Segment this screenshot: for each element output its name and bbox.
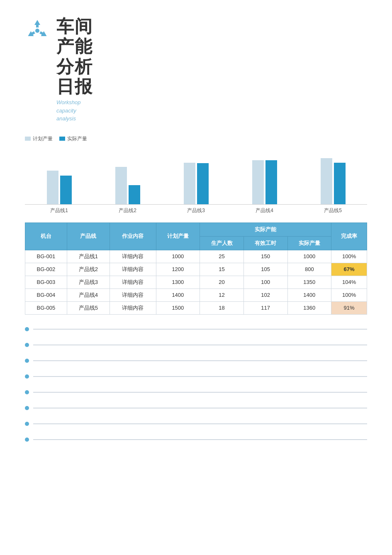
- table-cell: 1300: [156, 276, 200, 289]
- bar-actual: [265, 160, 277, 204]
- chart-group: [25, 171, 93, 204]
- line-dot: [25, 327, 29, 331]
- table-cell: 详细内容: [110, 276, 156, 289]
- table-cell: 15: [200, 263, 244, 276]
- col-rate: 完成率: [331, 222, 367, 250]
- line-bar: [33, 376, 367, 377]
- table-cell: BG-004: [25, 289, 67, 301]
- table-cell: 详细内容: [110, 250, 156, 263]
- chart-legend: 计划产量 实际产量: [25, 135, 367, 142]
- line-row-1: [25, 327, 367, 331]
- col-content: 作业内容: [110, 222, 156, 250]
- actual-color-box: [59, 137, 65, 141]
- col-actual-output: 实际产量: [287, 236, 331, 250]
- col-line: 产品线: [67, 222, 110, 250]
- table-cell-rate: 91%: [331, 301, 367, 314]
- title-block: 车间 产能 分析 日报 Workshop capacity analysis: [56, 17, 93, 123]
- actual-label: 实际产量: [67, 135, 87, 142]
- table-cell: 1000: [156, 250, 200, 263]
- table-cell: BG-003: [25, 276, 67, 289]
- line-bar: [33, 423, 367, 424]
- bar-actual: [60, 176, 72, 204]
- bar-actual: [197, 163, 209, 204]
- line-dot: [25, 438, 29, 442]
- table-cell: 12: [200, 289, 244, 301]
- table-cell: 100: [243, 276, 287, 289]
- line-bar: [33, 408, 367, 408]
- line-bar: [33, 360, 367, 361]
- legend-planned: 计划产量: [25, 135, 53, 142]
- title-zh: 车间 产能 分析 日报: [56, 17, 93, 97]
- table-cell: 产品线3: [67, 276, 110, 289]
- col-hours: 有效工时: [243, 236, 287, 250]
- chart-area: [25, 147, 367, 205]
- chart-label: 产品线2: [93, 207, 162, 214]
- chart-label: 产品线5: [299, 207, 367, 214]
- line-bar: [33, 439, 367, 440]
- table-cell: 1200: [156, 263, 200, 276]
- table-cell: 产品线1: [67, 250, 110, 263]
- table-cell: BG-001: [25, 250, 67, 263]
- table-cell-rate: 67%: [331, 263, 367, 276]
- table-cell: 150: [243, 250, 287, 263]
- line-dot: [25, 406, 29, 410]
- col-machine: 机台: [25, 222, 67, 250]
- chart-section: 计划产量 实际产量 产品线1产品线2产品线3产品线4产品线5: [25, 135, 367, 214]
- line-bar: [33, 329, 367, 330]
- col-planned: 计划产量: [156, 222, 200, 250]
- table-cell-rate: 104%: [331, 276, 367, 289]
- chart-label: 产品线4: [230, 207, 299, 214]
- table-cell: 1360: [287, 301, 331, 314]
- chart-labels: 产品线1产品线2产品线3产品线4产品线5: [25, 207, 367, 214]
- table-cell: 1400: [287, 289, 331, 301]
- table-cell: 1500: [156, 301, 200, 314]
- col-actual-capacity: 实际产能: [200, 222, 331, 236]
- table-cell: 产品线5: [67, 301, 110, 314]
- table-cell: BG-002: [25, 263, 67, 276]
- table-cell-rate: 100%: [331, 250, 367, 263]
- planned-label: 计划产量: [33, 135, 53, 142]
- bar-planned: [252, 160, 264, 204]
- lines-section: [25, 327, 367, 442]
- bar-planned: [184, 163, 195, 204]
- line-bar: [33, 392, 367, 393]
- table-row: BG-005产品线5详细内容150018117136091%: [25, 301, 367, 314]
- table-row: BG-002产品线2详细内容12001510580067%: [25, 263, 367, 276]
- table-cell: 产品线2: [67, 263, 110, 276]
- title-en: Workshop capacity analysis: [56, 98, 93, 123]
- table-cell: 详细内容: [110, 301, 156, 314]
- table-cell: 产品线4: [67, 289, 110, 301]
- line-dot: [25, 359, 29, 363]
- table-cell-rate: 100%: [331, 289, 367, 301]
- line-row-2: [25, 343, 367, 347]
- table-cell: 105: [243, 263, 287, 276]
- bar-actual: [129, 185, 140, 204]
- line-dot: [25, 422, 29, 426]
- line-row-4: [25, 374, 367, 379]
- table-row: BG-001产品线1详细内容1000251501000100%: [25, 250, 367, 263]
- line-row-3: [25, 359, 367, 363]
- table-cell: 1000: [287, 250, 331, 263]
- capacity-table: 机台 产品线 作业内容 计划产量 实际产能 完成率 生产人数 有效工时 实际产量…: [25, 222, 367, 315]
- table-cell: 详细内容: [110, 289, 156, 301]
- table-row: BG-004产品线4详细内容1400121021400100%: [25, 289, 367, 301]
- line-dot: [25, 390, 29, 394]
- line-row-6: [25, 406, 367, 410]
- line-bar: [33, 345, 367, 345]
- bar-actual: [334, 163, 346, 204]
- table-section: 机台 产品线 作业内容 计划产量 实际产能 完成率 生产人数 有效工时 实际产量…: [25, 222, 367, 315]
- line-row-8: [25, 438, 367, 442]
- table-cell: 详细内容: [110, 263, 156, 276]
- bar-planned: [47, 171, 58, 204]
- col-workers: 生产人数: [200, 236, 244, 250]
- chart-group: [230, 160, 299, 204]
- table-cell: 18: [200, 301, 244, 314]
- table-cell: 1350: [287, 276, 331, 289]
- table-cell: 117: [243, 301, 287, 314]
- table-cell: 20: [200, 276, 244, 289]
- line-dot: [25, 374, 29, 379]
- line-dot: [25, 343, 29, 347]
- legend-actual: 实际产量: [59, 135, 87, 142]
- table-cell: 1400: [156, 289, 200, 301]
- table-row: BG-003产品线3详细内容1300201001350104%: [25, 276, 367, 289]
